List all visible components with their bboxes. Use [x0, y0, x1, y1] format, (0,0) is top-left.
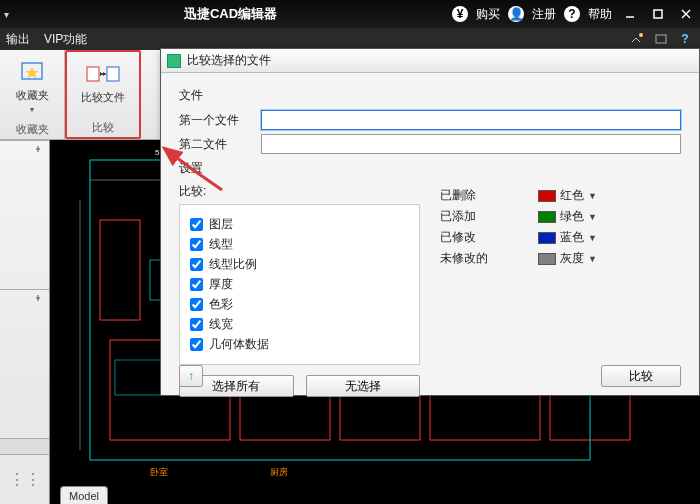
added-color-dropdown[interactable]: 绿色 ▼ [538, 208, 597, 225]
minimize-button[interactable] [620, 6, 640, 22]
svg-rect-9 [107, 67, 119, 81]
help-link[interactable]: 帮助 [588, 6, 612, 23]
svg-point-4 [639, 33, 643, 37]
swatch-red [538, 190, 556, 202]
second-file-input[interactable] [261, 134, 681, 154]
left-panel: ⋮⋮ [0, 140, 50, 504]
panel-tab-2[interactable] [0, 307, 49, 438]
check-ltscale[interactable] [190, 258, 203, 271]
chevron-down-icon: ▼ [588, 254, 597, 264]
chevron-down-icon: ▼ [588, 212, 597, 222]
favorites-group-label: 收藏夹 [16, 122, 49, 137]
svg-rect-1 [654, 10, 662, 18]
svg-rect-5 [656, 35, 666, 43]
modified-color-dropdown[interactable]: 蓝色 ▼ [538, 229, 597, 246]
compare-label: 比较: [179, 183, 420, 200]
check-lineweight[interactable] [190, 318, 203, 331]
deleted-label: 已删除 [440, 187, 530, 204]
ribbon-group-favorites: 收藏夹 ▾ 收藏夹 [0, 50, 65, 139]
chevron-down-icon: ▼ [588, 233, 597, 243]
svg-rect-8 [87, 67, 99, 81]
deleted-color-dropdown[interactable]: 红色 ▼ [538, 187, 597, 204]
panel-pin-2[interactable] [0, 289, 49, 307]
dialog-icon [167, 54, 181, 68]
compare-group-label: 比较 [92, 120, 114, 135]
check-thickness[interactable] [190, 278, 203, 291]
back-button[interactable]: ↑ [179, 365, 203, 387]
check-linetype[interactable] [190, 238, 203, 251]
model-tab[interactable]: Model [60, 486, 108, 504]
panel-tab-1[interactable] [0, 158, 49, 289]
panel-scroll[interactable] [0, 438, 49, 454]
tool-icon-1[interactable] [628, 31, 646, 47]
swatch-blue [538, 232, 556, 244]
menu-bar: 输出 VIP功能 ? [0, 28, 700, 50]
dialog-title: 比较选择的文件 [187, 52, 271, 69]
check-color[interactable] [190, 298, 203, 311]
tool-icon-2[interactable] [652, 31, 670, 47]
svg-marker-10 [103, 72, 106, 76]
added-label: 已添加 [440, 208, 530, 225]
tool-help-icon[interactable]: ? [676, 31, 694, 47]
maximize-button[interactable] [648, 6, 668, 22]
svg-rect-18 [100, 220, 140, 320]
svg-marker-11 [100, 72, 103, 76]
compare-files-button[interactable]: 比较文件 [77, 56, 129, 109]
swatch-gray [538, 253, 556, 265]
compare-icon [85, 60, 121, 88]
modified-label: 已修改 [440, 229, 530, 246]
favorites-icon [14, 58, 50, 86]
svg-text:厨房: 厨房 [270, 467, 288, 477]
panel-handle[interactable]: ⋮⋮ [0, 454, 49, 504]
settings-section-label: 设置 [179, 160, 681, 177]
menu-output[interactable]: 输出 [6, 31, 30, 48]
help-icon: ? [564, 6, 580, 22]
compare-label: 比较文件 [81, 90, 125, 105]
app-title: 迅捷CAD编辑器 [9, 5, 452, 23]
favorites-button[interactable]: 收藏夹 ▾ [10, 54, 54, 118]
file-section-label: 文件 [179, 87, 681, 104]
buy-link[interactable]: 购买 [476, 6, 500, 23]
compare-options-fieldset: 图层 线型 线型比例 厚度 色彩 线宽 几何体数据 [179, 204, 420, 365]
unchanged-color-dropdown[interactable]: 灰度 ▼ [538, 250, 597, 267]
menu-vip[interactable]: VIP功能 [44, 31, 87, 48]
ribbon-group-compare: 比较文件 比较 [65, 50, 141, 139]
title-bar: ▾ 迅捷CAD编辑器 ¥ 购买 👤 注册 ? 帮助 [0, 0, 700, 28]
swatch-green [538, 211, 556, 223]
first-file-input[interactable] [261, 110, 681, 130]
check-layer[interactable] [190, 218, 203, 231]
yen-icon: ¥ [452, 6, 468, 22]
chevron-down-icon: ▼ [588, 191, 597, 201]
dialog-title-bar: 比较选择的文件 [161, 49, 699, 73]
compare-button[interactable]: 比较 [601, 365, 681, 387]
register-link[interactable]: 注册 [532, 6, 556, 23]
first-file-label: 第一个文件 [179, 112, 253, 129]
user-icon: 👤 [508, 6, 524, 22]
svg-text:卧室: 卧室 [150, 467, 168, 477]
svg-rect-20 [115, 360, 165, 395]
favorites-label: 收藏夹 [16, 88, 49, 103]
panel-pin-1[interactable] [0, 140, 49, 158]
svg-marker-7 [26, 67, 38, 78]
second-file-label: 第二文件 [179, 136, 253, 153]
unchanged-label: 未修改的 [440, 250, 530, 267]
check-geometry[interactable] [190, 338, 203, 351]
compare-dialog: 比较选择的文件 文件 第一个文件 第二文件 设置 比较: 图层 线型 线型比例 … [160, 48, 700, 396]
close-button[interactable] [676, 6, 696, 22]
